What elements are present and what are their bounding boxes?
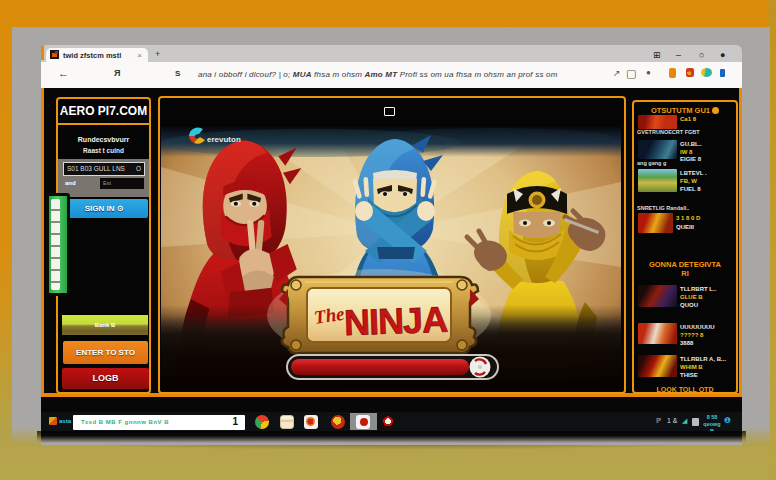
svg-text:NINJA: NINJA [343,299,448,344]
svg-text:erevuton: erevuton [207,135,241,144]
svg-text:The: The [313,303,347,328]
